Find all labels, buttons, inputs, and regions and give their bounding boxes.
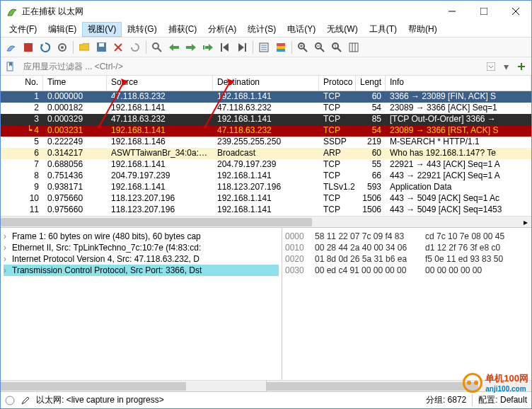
reload-button[interactable]: [127, 40, 143, 55]
cell-info: 443 → 5049 [ACK] Seq=1 Ac: [386, 193, 531, 204]
start-capture-button[interactable]: [4, 40, 19, 55]
menu-item[interactable]: 工具(T): [364, 22, 403, 37]
cell-time: 0.314217: [43, 148, 107, 159]
cell-time: 0.000000: [43, 91, 107, 103]
window-controls: [436, 1, 531, 22]
packet-row[interactable]: 60.314217ASWTTaiwanBr_34:0a:…BroadcastAR…: [1, 148, 531, 159]
hex-row[interactable]: 000058 11 22 07 7c 09 f4 83cd 7c 10 7e 0…: [285, 231, 528, 242]
cell-length: 66: [356, 171, 386, 182]
tree-node[interactable]: ›Transmission Control Protocol, Src Port…: [4, 265, 279, 276]
minimize-button[interactable]: [436, 1, 468, 22]
col-header-time[interactable]: Time: [43, 76, 107, 91]
auto-scroll-button[interactable]: [256, 40, 272, 55]
tree-node[interactable]: ›Ethernet II, Src: TpLinkTechno_7c:10:7e…: [4, 242, 279, 253]
bookmark-filter-button[interactable]: [4, 59, 18, 74]
packet-row[interactable]: 110.975660118.123.207.196192.168.1.141TC…: [1, 204, 531, 216]
packet-details-pane[interactable]: ›Frame 1: 60 bytes on wire (480 bits), 6…: [1, 228, 282, 391]
packet-row[interactable]: 80.751436204.79.197.239192.168.1.141TCP6…: [1, 171, 531, 182]
packet-row[interactable]: 10.00000047.118.63.232192.168.1.141TCP60…: [1, 91, 531, 103]
filter-expression-button[interactable]: [484, 59, 498, 74]
menu-item[interactable]: 编辑(E): [42, 22, 82, 37]
col-header-source[interactable]: Source: [107, 76, 213, 91]
cell-source: 204.79.197.239: [107, 171, 213, 182]
svg-rect-20: [277, 43, 285, 46]
zoom-in-button[interactable]: [295, 40, 311, 55]
status-packet-count: 分组: 6872: [426, 394, 466, 406]
packet-row[interactable]: 30.00032947.118.63.232192.168.1.141TCP85…: [1, 114, 531, 125]
close-file-button[interactable]: [110, 40, 126, 55]
edit-capture-comment-icon[interactable]: [21, 396, 30, 405]
cell-info: 443 → 5049 [ACK] Seq=1453: [386, 204, 531, 216]
filter-add-button[interactable]: [514, 59, 528, 74]
tree-node[interactable]: ›Frame 1: 60 bytes on wire (480 bits), 6…: [4, 231, 279, 242]
close-button[interactable]: [499, 1, 531, 22]
scrollbar-thumb[interactable]: [1, 382, 186, 391]
menu-item[interactable]: 统计(S): [242, 22, 282, 37]
packet-bytes-pane[interactable]: 000058 11 22 07 7c 09 f4 83cd 7c 10 7e 0…: [282, 228, 531, 391]
packet-row[interactable]: 70.688056192.168.1.141204.79.197.239TCP5…: [1, 159, 531, 171]
zoom-reset-button[interactable]: 1: [329, 40, 345, 55]
menu-item[interactable]: 帮助(H): [403, 22, 443, 37]
hex-row[interactable]: 001000 28 44 2a 40 00 34 06d1 12 2f 76 3…: [285, 242, 528, 253]
status-profile[interactable]: 配置: Default: [472, 394, 527, 406]
cell-time: 0.003231: [43, 125, 107, 137]
col-header-no[interactable]: No.: [1, 76, 43, 91]
scrollbar-thumb[interactable]: [267, 382, 479, 391]
scroll-right-arrow[interactable]: ▸: [520, 217, 531, 228]
cell-info: 23089 → 3366 [ACK] Seq=1: [386, 103, 531, 114]
menu-item[interactable]: 无线(W): [321, 22, 363, 37]
cell-source: 192.168.1.146: [107, 137, 213, 148]
tree-node[interactable]: ›Internet Protocol Version 4, Src: 47.11…: [4, 253, 279, 265]
cell-no: 11: [1, 204, 43, 216]
packet-row[interactable]: 20.000182192.168.1.14147.118.63.232TCP54…: [1, 103, 531, 114]
scrollbar-thumb[interactable]: [1, 218, 312, 226]
go-back-button[interactable]: [166, 40, 182, 55]
bytes-hscrollbar[interactable]: [266, 380, 532, 391]
zoom-out-button[interactable]: [312, 40, 328, 55]
menu-item[interactable]: 跳转(G): [122, 22, 162, 37]
details-hscrollbar[interactable]: [1, 380, 266, 391]
goto-last-button[interactable]: [234, 40, 250, 55]
packet-row[interactable]: ┕ 40.003231192.168.1.14147.118.63.232TCP…: [1, 125, 531, 137]
col-header-protocol[interactable]: Protoco: [319, 76, 356, 91]
packet-list-hscrollbar[interactable]: ▸: [1, 216, 531, 227]
cell-no: ┕ 4: [1, 125, 43, 137]
goto-first-button[interactable]: [217, 40, 233, 55]
maximize-button[interactable]: [468, 1, 499, 22]
packet-row[interactable]: 50.222249192.168.1.146239.255.255.250SSD…: [1, 137, 531, 148]
col-header-destination[interactable]: Destination: [213, 76, 319, 91]
hex-offset: 0030: [285, 265, 308, 276]
menu-item[interactable]: 文件(F): [4, 22, 42, 37]
stop-capture-button[interactable]: [21, 40, 36, 55]
save-file-button[interactable]: [93, 40, 109, 55]
packet-row[interactable]: 90.938171192.168.1.141118.123.207.196TLS…: [1, 182, 531, 193]
restart-capture-button[interactable]: [37, 40, 53, 55]
menu-item[interactable]: 捕获(C): [163, 22, 203, 37]
cell-source: 192.168.1.141: [107, 103, 213, 114]
menu-item[interactable]: 电话(Y): [282, 22, 321, 37]
resize-columns-button[interactable]: [346, 40, 362, 55]
menu-item[interactable]: 视图(V): [82, 22, 122, 37]
hex-bytes: 01 8d 0d 26 5a 31 b6 ea: [315, 253, 418, 265]
expert-info-icon[interactable]: [5, 396, 15, 405]
minimize-icon: [449, 8, 456, 15]
packet-row[interactable]: 100.975660118.123.207.196192.168.1.141TC…: [1, 193, 531, 204]
cell-info: M-SEARCH * HTTP/1.1: [386, 137, 531, 148]
filter-more-button[interactable]: ▾: [501, 61, 511, 72]
goto-packet-button[interactable]: [200, 40, 216, 55]
display-filter-input[interactable]: [21, 59, 481, 74]
hex-row[interactable]: 002001 8d 0d 26 5a 31 b6 eaf5 0e 11 ed 9…: [285, 253, 528, 265]
find-button[interactable]: [149, 40, 165, 55]
open-file-button[interactable]: [76, 40, 92, 55]
col-header-info[interactable]: Info: [386, 76, 531, 91]
packet-list-body[interactable]: 10.00000047.118.63.232192.168.1.141TCP60…: [1, 91, 531, 216]
cell-source: 192.168.1.141: [107, 159, 213, 171]
capture-options-button[interactable]: [54, 40, 70, 55]
hex-row[interactable]: 003000 ed c4 91 00 00 00 0000 00 00 00 0…: [285, 265, 528, 276]
colorize-button[interactable]: [273, 40, 289, 55]
col-header-length[interactable]: Lengt: [356, 76, 386, 91]
svg-line-29: [320, 48, 324, 52]
save-icon: [97, 42, 106, 52]
menu-item[interactable]: 分析(A): [202, 22, 242, 37]
go-forward-button[interactable]: [183, 40, 199, 55]
